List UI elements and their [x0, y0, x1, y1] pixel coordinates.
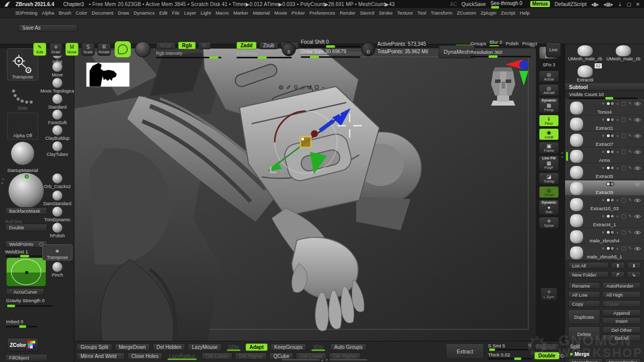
- move-down-button[interactable]: ⬇: [627, 262, 641, 269]
- visibility-eye-icon[interactable]: [634, 198, 641, 203]
- halfcircle-icon[interactable]: ◐: [616, 133, 619, 138]
- right-panel-splitter[interactable]: ▸▸: [560, 151, 565, 166]
- all-high-button[interactable]: All High: [602, 291, 641, 298]
- tool-item[interactable]: UMesh_male_zb: [567, 43, 604, 61]
- subtool-row[interactable]: ▾ ◐ ◯ ✎ Extract5: [565, 164, 644, 180]
- visibility-eye-icon[interactable]: [634, 214, 641, 219]
- halfcircle-icon[interactable]: ◐: [616, 246, 619, 251]
- resolution-slider[interactable]: Resolution 360: [470, 49, 543, 57]
- polypaint-toggle-icon[interactable]: [606, 246, 614, 250]
- menu-item[interactable]: Material: [253, 10, 270, 16]
- brush-icon[interactable]: ✎: [628, 117, 632, 122]
- move-out-button[interactable]: ↱: [611, 271, 625, 278]
- document-scrollbar[interactable]: ▲ ▼: [282, 358, 367, 361]
- polypaint-toggle-icon[interactable]: [606, 150, 614, 154]
- polypaint-toggle-icon[interactable]: [606, 214, 614, 218]
- smooth-subdiv-slider[interactable]: S Smt 5: [488, 343, 532, 350]
- visibility-eye-icon[interactable]: [634, 230, 641, 235]
- brush-item[interactable]: Orb_Cracks2: [42, 173, 72, 189]
- menu-item[interactable]: Texture: [397, 10, 413, 16]
- menu-item[interactable]: Render: [340, 10, 355, 16]
- sculpt-scene[interactable]: [74, 48, 536, 342]
- subtool-row[interactable]: ▾ ◐ ◯ ✎ male_zbrush4: [565, 228, 644, 244]
- polypaint-toggle-icon[interactable]: [606, 182, 614, 186]
- list-all-button[interactable]: List All: [568, 262, 609, 269]
- move-up-button[interactable]: ⬆: [611, 262, 625, 269]
- extract-button[interactable]: Extract: [446, 343, 484, 359]
- current-brush-button[interactable]: [115, 41, 131, 57]
- brush-item[interactable]: TrimDynamic: [42, 206, 72, 222]
- palette-scroll-icon[interactable]: ◂▦▸: [603, 2, 613, 7]
- weld-points-button[interactable]: WeldPoints: [5, 240, 47, 248]
- rgb-intensity-slider[interactable]: [156, 57, 221, 58]
- del-other-button[interactable]: Del Other: [602, 326, 641, 333]
- scroll-down-icon[interactable]: ▼: [326, 358, 329, 361]
- halfcircle-icon[interactable]: ◐: [616, 149, 619, 154]
- halfcircle-icon[interactable]: ◐: [616, 214, 619, 219]
- mode-button[interactable]: ✛ Draw: [49, 43, 62, 56]
- visibility-eye-icon[interactable]: [634, 166, 641, 170]
- mode-button[interactable]: S Scale: [82, 43, 95, 56]
- shelf-button[interactable]: ⇓ Floor: [539, 115, 559, 127]
- gizmo-minus-icon[interactable]: −: [321, 84, 325, 91]
- visibility-eye-icon[interactable]: [634, 182, 641, 187]
- menu-item[interactable]: Layer: [184, 10, 196, 16]
- subtool-row[interactable]: ▾ ◐ ◯ ✎ Extract1: [565, 116, 644, 132]
- shelf-button[interactable]: Dynamic ● Solo: [539, 200, 559, 215]
- menu-item[interactable]: Picker: [292, 10, 305, 16]
- listdown-icon[interactable]: ▾: [602, 246, 604, 251]
- menu-item[interactable]: Zscript: [501, 10, 516, 16]
- listdown-icon[interactable]: ▾: [602, 149, 604, 154]
- listdown-icon[interactable]: ▾: [602, 198, 604, 203]
- shelf-button[interactable]: Dynamic ▦ Persp: [539, 98, 559, 113]
- menu-item[interactable]: Macro: [215, 10, 228, 16]
- document-canvas[interactable]: ⚙ ✐ ⚲ ⌂ ↺ Ω −: [74, 48, 536, 341]
- fill-object-button[interactable]: FillObject: [5, 354, 47, 361]
- circle-icon[interactable]: ◯: [621, 246, 626, 251]
- document-preview-thumbnail[interactable]: [87, 63, 129, 86]
- m-button[interactable]: M: [198, 42, 210, 49]
- bottom-button[interactable]: Groups Split: [76, 343, 112, 351]
- mrgb-button[interactable]: Mrgb: [156, 42, 176, 49]
- thickness-slider[interactable]: Thick 0.02: [488, 352, 532, 359]
- menu-item[interactable]: Preferences: [309, 10, 335, 16]
- polypaint-toggle-icon[interactable]: [606, 118, 614, 122]
- menu-item[interactable]: Brush: [59, 10, 71, 16]
- menu-item[interactable]: Transform: [431, 10, 452, 16]
- brush-icon[interactable]: ✎: [628, 133, 632, 138]
- brush-item[interactable]: ⌖ Transpose: [42, 244, 72, 260]
- default-zscript-button[interactable]: DefaultZScript: [554, 2, 586, 7]
- zsub-button[interactable]: Zsub: [259, 42, 278, 49]
- polypaint-toggle-icon[interactable]: [606, 198, 614, 202]
- dynamic-label[interactable]: Dynamic: [346, 50, 362, 55]
- shelf-button[interactable]: SPix 3: [539, 61, 559, 69]
- bottom-button[interactable]: Del Hidden: [152, 343, 185, 351]
- focal-shift-slider[interactable]: [301, 46, 360, 47]
- menu-item[interactable]: Draw: [118, 10, 129, 16]
- circle-icon[interactable]: ◯: [621, 198, 626, 203]
- menu-item[interactable]: ZCustom: [457, 10, 476, 16]
- listdown-icon[interactable]: ▾: [602, 214, 604, 219]
- copy-button[interactable]: Copy: [568, 300, 600, 307]
- rename-button[interactable]: Rename: [568, 282, 600, 289]
- gizmo-pin-icon[interactable]: ✐: [286, 84, 291, 91]
- merge-down-button[interactable]: MergeDown: [568, 358, 603, 362]
- gizmo-lock-icon[interactable]: Ω: [314, 84, 319, 91]
- brush-icon[interactable]: ✎: [628, 101, 632, 106]
- halfcircle-icon[interactable]: ◐: [616, 117, 619, 122]
- paste-button[interactable]: Paste: [602, 300, 641, 307]
- bottom-button[interactable]: Mirror And Weld ∷: [76, 352, 125, 360]
- menu-item[interactable]: Alpha: [42, 10, 54, 16]
- bottom-button[interactable]: SDiv: [309, 343, 328, 351]
- visibility-eye-icon[interactable]: [634, 118, 641, 122]
- draw-size-slider[interactable]: [301, 56, 360, 58]
- menu-item[interactable]: Marker: [233, 10, 249, 16]
- brush-item[interactable]: ClayTubes: [42, 141, 72, 157]
- shelf-button[interactable]: ◍ Ghost: [539, 186, 559, 198]
- menu-item[interactable]: Edit: [159, 10, 167, 16]
- brush-item[interactable]: Pinch: [42, 261, 72, 278]
- polypaint-toggle-icon[interactable]: [606, 166, 614, 170]
- polish-button[interactable]: Polish: [506, 41, 519, 46]
- subtool-row[interactable]: ▾ ◐ ◯ ✎ Extract9: [565, 180, 644, 196]
- double-sided-button[interactable]: Double: [534, 352, 559, 359]
